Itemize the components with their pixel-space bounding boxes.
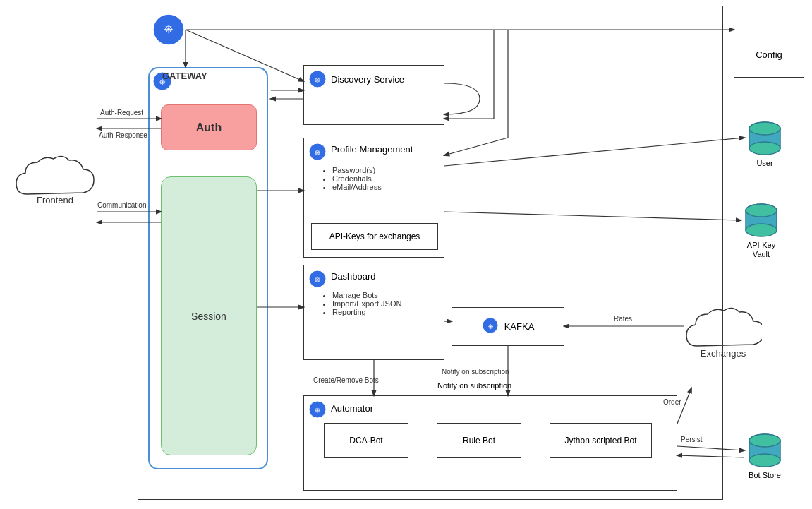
rule-bot-label: Rule Bot bbox=[463, 436, 495, 445]
discovery-service-box: ⎈ Discovery Service bbox=[303, 65, 444, 125]
notify-label: Notify on subscription bbox=[437, 381, 511, 390]
db-apikey-container: API-KeyVault bbox=[743, 203, 780, 259]
svg-text:Exchanges: Exchanges bbox=[701, 348, 746, 359]
discovery-label: Discovery Service bbox=[331, 74, 404, 85]
discovery-icon: ⎈ bbox=[308, 70, 327, 90]
svg-point-23 bbox=[746, 204, 777, 217]
jython-bot-box: Jython scripted Bot bbox=[550, 423, 652, 458]
kafka-label: KAFKA bbox=[504, 321, 535, 332]
dashboard-bullet-2: Import/Export JSON bbox=[332, 299, 401, 308]
db-apikey-icon bbox=[743, 203, 780, 237]
diagram-container: { "title": "Architecture Diagram", "comp… bbox=[0, 0, 812, 509]
dca-bot-box: DCA-Bot bbox=[324, 423, 408, 458]
frontend-cloud: Frontend bbox=[13, 152, 97, 210]
config-label: Config bbox=[756, 49, 782, 60]
svg-text:⎈: ⎈ bbox=[315, 74, 320, 85]
session-box: Session bbox=[161, 176, 257, 455]
svg-text:⎈: ⎈ bbox=[164, 20, 173, 36]
svg-point-26 bbox=[749, 454, 780, 467]
profile-title: Profile Management bbox=[331, 144, 413, 155]
svg-text:⎈: ⎈ bbox=[487, 321, 493, 331]
db-botstore-container: Bot Store bbox=[746, 433, 783, 479]
kafka-icon: ⎈ bbox=[482, 317, 499, 336]
auth-label: Auth bbox=[196, 121, 222, 134]
svg-point-22 bbox=[746, 224, 777, 236]
profile-management-box: ⎈ Profile Management Password(s) Credent… bbox=[303, 138, 444, 258]
rule-bot-box: Rule Bot bbox=[437, 423, 521, 458]
svg-text:⎈: ⎈ bbox=[315, 147, 320, 157]
db-apikey-label: API-KeyVault bbox=[743, 241, 780, 259]
svg-text:⎈: ⎈ bbox=[315, 405, 320, 415]
profile-bullets: Password(s) Credentials eMail/Address bbox=[318, 166, 382, 191]
dashboard-title: Dashboard bbox=[331, 271, 376, 282]
automator-box: ⎈ Automator DCA-Bot Rule Bot Jython scri… bbox=[303, 395, 677, 491]
kafka-box: ⎈ KAFKA bbox=[452, 307, 564, 346]
apikeys-label: API-Keys for exchanges bbox=[329, 232, 420, 241]
profile-icon: ⎈ bbox=[308, 143, 327, 163]
db-user-container: User bbox=[746, 121, 783, 167]
auth-box: Auth bbox=[161, 104, 257, 150]
db-user-label: User bbox=[746, 159, 783, 167]
db-botstore-icon bbox=[746, 433, 783, 467]
config-box: Config bbox=[734, 32, 804, 78]
profile-bullet-2: Credentials bbox=[332, 174, 382, 183]
dashboard-box: ⎈ Dashboard Manage Bots Import/Export JS… bbox=[303, 265, 444, 360]
profile-bullet-1: Password(s) bbox=[332, 166, 382, 174]
svg-point-19 bbox=[749, 122, 780, 135]
dca-bot-label: DCA-Bot bbox=[349, 436, 382, 445]
exchanges-cloud: Exchanges bbox=[684, 300, 762, 373]
db-user-icon bbox=[746, 121, 783, 155]
svg-point-27 bbox=[749, 434, 780, 447]
profile-bullet-3: eMail/Address bbox=[332, 183, 382, 191]
gateway-label: GATEWAY bbox=[162, 71, 207, 81]
dashboard-bullets: Manage Bots Import/Export JSON Reporting bbox=[318, 291, 401, 316]
apikeys-box: API-Keys for exchanges bbox=[311, 223, 438, 250]
dashboard-bullet-1: Manage Bots bbox=[332, 291, 401, 299]
svg-point-18 bbox=[749, 142, 780, 155]
svg-text:⎈: ⎈ bbox=[315, 274, 320, 285]
svg-text:Frontend: Frontend bbox=[37, 195, 73, 205]
db-botstore-label: Bot Store bbox=[746, 471, 783, 479]
jython-bot-label: Jython scripted Bot bbox=[564, 436, 636, 445]
k8s-icon: ⎈ bbox=[152, 13, 186, 49]
session-label: Session bbox=[191, 311, 226, 322]
automator-icon: ⎈ bbox=[308, 400, 327, 421]
dashboard-bullet-3: Reporting bbox=[332, 308, 401, 316]
automator-label: Automator bbox=[331, 403, 373, 414]
dashboard-icon: ⎈ bbox=[308, 270, 327, 290]
